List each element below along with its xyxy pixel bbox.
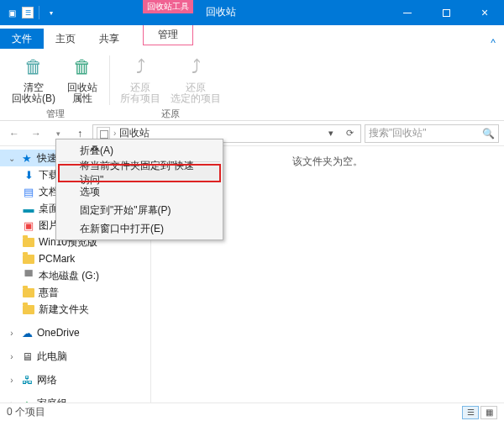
ribbon-group-label-restore: 还原	[161, 106, 180, 122]
tree-item-folder[interactable]: 惠普	[0, 284, 150, 301]
expand-icon[interactable]: ›	[7, 352, 17, 361]
properties-qat-icon[interactable]: ☰	[22, 7, 34, 18]
nav-back-button[interactable]: ←	[5, 124, 24, 143]
status-item-count: 0 个项目	[7, 405, 45, 419]
menu-item-open-new-window[interactable]: 在新窗口中打开(E)	[58, 219, 221, 238]
star-icon: ★	[20, 151, 34, 165]
network-icon: 🖧	[20, 373, 34, 387]
maximize-button[interactable]	[427, 0, 465, 25]
download-icon: ⬇	[22, 168, 35, 182]
tree-label: 本地磁盘 (G:)	[39, 269, 99, 283]
nav-forward-button: →	[27, 124, 45, 143]
tree-item-folder[interactable]: 新建文件夹	[0, 301, 150, 318]
search-placeholder: 搜索"回收站"	[369, 126, 479, 140]
tree-item-folder[interactable]: PCMark	[0, 250, 150, 267]
restore-all-icon: ⤴	[127, 54, 154, 81]
ribbon-tab-row: 文件 主页 共享 查看 管理 ^	[0, 25, 504, 49]
contextual-tab-header: 回收站工具	[143, 0, 193, 13]
recycle-bin-properties-button[interactable]: 🗑 回收站属性	[62, 52, 102, 106]
menu-item-pin-quick-access[interactable]: 将当前文件夹固定到"快速访问"	[58, 164, 221, 182]
menu-item-collapse[interactable]: 折叠(A)	[58, 141, 221, 160]
tree-label: 惠普	[39, 286, 59, 300]
recycle-bin-properties-icon: 🗑	[69, 54, 96, 81]
folder-icon	[22, 235, 35, 249]
title-bar: ▣ ☰ ▾ 回收站工具 回收站 ×	[0, 0, 504, 25]
tree-label: PCMark	[39, 253, 75, 265]
qat-separator	[39, 6, 39, 19]
homegroup-icon: ⌂	[20, 397, 34, 403]
tree-this-pc[interactable]: › 🖥 此电脑	[0, 348, 150, 365]
tab-share[interactable]: 共享	[87, 29, 131, 49]
tree-onedrive[interactable]: › ☁ OneDrive	[0, 324, 150, 341]
search-icon[interactable]: 🔍	[482, 128, 495, 139]
minimize-button[interactable]	[388, 0, 427, 25]
tree-homegroup[interactable]: › ⌂ 家庭组	[0, 395, 150, 403]
close-button[interactable]: ×	[465, 0, 504, 25]
ribbon: 🗑 清空回收站(B) 🗑 回收站属性 管理 ⤴ 还原所有项目 ⤴ 还原选定的项目…	[0, 49, 504, 121]
onedrive-icon: ☁	[20, 326, 34, 339]
collapse-icon[interactable]: ⌄	[7, 154, 17, 163]
search-box[interactable]: 搜索"回收站" 🔍	[365, 124, 499, 143]
restore-selected-button: ⤴ 还原选定的项目	[167, 52, 224, 106]
quick-access-toolbar: ▣ ☰ ▾	[0, 6, 58, 19]
restore-all-button: ⤴ 还原所有项目	[117, 52, 164, 106]
tab-file[interactable]: 文件	[0, 29, 44, 49]
refresh-icon[interactable]: ⟳	[342, 128, 357, 139]
ribbon-group-label-manage: 管理	[46, 106, 65, 122]
context-menu: 折叠(A) 将当前文件夹固定到"快速访问" 选项 固定到"开始"屏幕(P) 在新…	[55, 139, 223, 240]
pc-icon: 🖥	[20, 350, 34, 363]
ribbon-separator	[109, 55, 110, 105]
folder-icon	[22, 252, 35, 266]
ribbon-group-manage: 🗑 清空回收站(B) 🗑 回收站属性 管理	[5, 52, 106, 120]
menu-item-pin-start[interactable]: 固定到"开始"屏幕(P)	[58, 201, 221, 219]
tree-item-drive[interactable]: ▀ 本地磁盘 (G:)	[0, 267, 150, 284]
ribbon-collapse-button[interactable]: ^	[482, 34, 504, 49]
tree-label: 网络	[37, 373, 57, 387]
app-icon: ▣	[5, 6, 18, 19]
ribbon-group-restore: ⤴ 还原所有项目 ⤴ 还原选定的项目 还原	[113, 52, 228, 120]
qat-dropdown-icon[interactable]: ▾	[45, 6, 58, 19]
tree-label: 此电脑	[37, 350, 67, 364]
empty-recycle-bin-icon: 🗑	[20, 54, 47, 81]
window-controls: ×	[388, 0, 504, 25]
tree-network[interactable]: › 🖧 网络	[0, 371, 150, 388]
folder-icon	[22, 303, 35, 316]
chevron-right-icon[interactable]: ›	[113, 129, 116, 138]
document-icon: ▤	[22, 185, 35, 198]
tab-manage[interactable]: 管理	[143, 25, 193, 45]
pictures-icon: ▣	[22, 218, 35, 232]
status-bar: 0 个项目 ☰ ▦	[0, 403, 504, 421]
menu-item-options[interactable]: 选项	[58, 182, 221, 201]
folder-icon	[22, 286, 35, 299]
expand-icon[interactable]: ›	[7, 399, 17, 403]
view-details-button[interactable]: ☰	[462, 406, 479, 419]
drive-icon: ▀	[22, 269, 35, 282]
window-title: 回收站	[206, 5, 236, 19]
empty-recycle-bin-button[interactable]: 🗑 清空回收站(B)	[8, 52, 59, 106]
tab-home[interactable]: 主页	[44, 29, 87, 49]
tree-label: 家庭组	[37, 397, 67, 403]
view-large-icons-button[interactable]: ▦	[480, 406, 497, 419]
expand-icon[interactable]: ›	[7, 329, 17, 338]
tree-label: 新建文件夹	[39, 303, 89, 317]
address-dropdown-icon[interactable]: ▾	[323, 128, 339, 139]
restore-selected-icon: ⤴	[182, 54, 209, 81]
tree-label: OneDrive	[37, 327, 80, 339]
expand-icon[interactable]: ›	[7, 376, 17, 385]
desktop-icon: ▬	[22, 202, 35, 215]
